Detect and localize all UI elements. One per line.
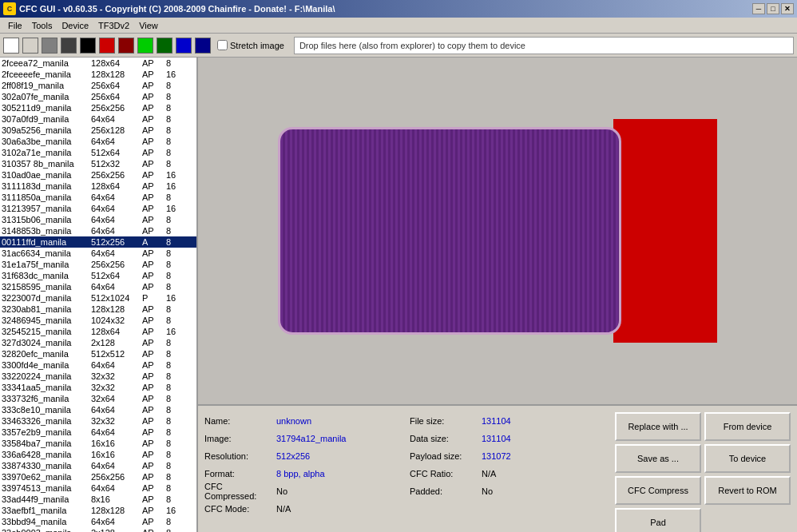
color-lightgray[interactable] [22, 38, 38, 54]
file-row[interactable]: 302a07fe_manila 256x64 AP 8 [0, 91, 196, 102]
file-row[interactable]: 31315b06_manila 64x64 AP 8 [0, 214, 196, 225]
file-size: 1024x32 [91, 316, 142, 325]
file-name: 302a07fe_manila [2, 92, 91, 101]
file-row[interactable]: 33ad44f9_manila 8x16 AP 8 [0, 494, 196, 505]
file-row[interactable]: 33aefbf1_manila 128x128 AP 16 [0, 505, 196, 516]
file-name: 2fceea72_manila [2, 58, 91, 68]
file-name: 31e1a75f_manila [2, 260, 91, 269]
file-bpp: 8 [166, 360, 182, 370]
drop-zone[interactable]: Drop files here (also from explorer) to … [294, 37, 794, 54]
file-size: 256x128 [91, 125, 142, 135]
file-row[interactable]: 30a6a3be_manila 64x64 AP 8 [0, 136, 196, 147]
file-row[interactable]: 309a5256_manila 256x128 AP 8 [0, 125, 196, 136]
image-label: Image: [204, 434, 276, 443]
file-type: AP [142, 114, 166, 124]
file-row[interactable]: 2fceeeefe_manila 128x128 AP 16 [0, 69, 196, 80]
file-row[interactable]: 327d3024_manila 2x128 AP 8 [0, 337, 196, 348]
menu-tools[interactable]: Tools [27, 19, 57, 32]
menu-file[interactable]: File [3, 19, 27, 32]
cfc-ratio-label: CFC Ratio: [410, 469, 482, 478]
file-row[interactable]: 33eb9093_manila 2x128 AP 8 [0, 527, 196, 532]
file-row[interactable]: 31e1a75f_manila 256x256 AP 8 [0, 259, 196, 270]
file-row[interactable]: 33584ba7_manila 16x16 AP 8 [0, 438, 196, 449]
file-name: 33aefbf1_manila [2, 506, 91, 515]
color-darkgray[interactable] [61, 38, 77, 54]
menu-tf3dv2[interactable]: TF3Dv2 [93, 19, 134, 32]
from-device-button[interactable]: From device [704, 412, 791, 441]
color-white[interactable] [3, 38, 19, 54]
file-row[interactable]: 33974513_manila 64x64 AP 8 [0, 482, 196, 494]
file-size: 2x128 [91, 338, 142, 347]
file-bpp: 8 [166, 338, 182, 347]
file-row[interactable]: 333c8e10_manila 64x64 AP 8 [0, 404, 196, 415]
file-row[interactable]: 32545215_manila 128x64 AP 16 [0, 326, 196, 337]
file-row[interactable]: 33bbd94_manila 64x64 AP 8 [0, 516, 196, 527]
file-name: 2ff08f19_manila [2, 81, 91, 90]
file-row[interactable]: 33220224_manila 32x32 AP 8 [0, 371, 196, 382]
file-name: 32486945_manila [2, 316, 91, 325]
pad-button[interactable]: Pad [615, 508, 701, 532]
file-bpp: 8 [166, 282, 182, 292]
menu-device[interactable]: Device [57, 19, 93, 32]
replace-with-button[interactable]: Replace with ... [615, 412, 701, 441]
file-row[interactable]: 33874330_manila 64x64 AP 8 [0, 460, 196, 471]
color-black[interactable] [80, 38, 96, 54]
image-value: 31794a12_manila [276, 434, 403, 443]
file-row[interactable]: 31ac6634_manila 64x64 AP 8 [0, 248, 196, 259]
file-name: 3300fd4e_manila [2, 360, 91, 370]
file-type: AP [142, 260, 166, 269]
file-row[interactable]: 33970e62_manila 256x256 AP 8 [0, 471, 196, 482]
minimize-button[interactable]: ─ [752, 3, 765, 14]
color-green[interactable] [137, 38, 153, 54]
title-bar-controls[interactable]: ─ □ ✕ [752, 3, 794, 14]
color-blue[interactable] [176, 38, 192, 54]
file-row[interactable]: 3111850a_manila 64x64 AP 8 [0, 192, 196, 203]
file-row[interactable]: 2ff08f19_manila 256x64 AP 8 [0, 80, 196, 91]
file-row[interactable]: 310ad0ae_manila 256x256 AP 16 [0, 169, 196, 181]
save-as-button[interactable]: Save as ... [615, 444, 701, 473]
file-row[interactable]: 3300fd4e_manila 64x64 AP 8 [0, 359, 196, 371]
file-name: 310ad0ae_manila [2, 170, 91, 180]
stretch-checkbox[interactable] [217, 40, 228, 50]
file-row[interactable]: 32486945_manila 1024x32 AP 8 [0, 315, 196, 326]
file-row[interactable]: 3223007d_manila 512x1024 P 16 [0, 292, 196, 304]
file-row[interactable]: 3230ab81_manila 128x128 AP 8 [0, 304, 196, 315]
file-list-scroll[interactable]: 2fceea72_manila 128x64 AP 8 2fceeeefe_ma… [0, 58, 196, 532]
file-row[interactable]: 31213957_manila 64x64 AP 16 [0, 203, 196, 214]
revert-to-rom-button[interactable]: Revert to ROM [704, 476, 791, 505]
file-row[interactable]: 2fceea72_manila 128x64 AP 8 [0, 58, 196, 69]
color-red[interactable] [99, 38, 115, 54]
to-device-button[interactable]: To device [704, 444, 791, 473]
file-row[interactable]: 333732f6_manila 32x64 AP 8 [0, 393, 196, 404]
file-type: AP [142, 517, 166, 526]
file-row[interactable]: 336a6428_manila 16x16 AP 8 [0, 449, 196, 460]
file-row[interactable]: 305211d9_manila 256x256 AP 8 [0, 102, 196, 113]
color-darkblue[interactable] [195, 38, 211, 54]
menu-bar: File Tools Device TF3Dv2 View [0, 18, 797, 34]
cfc-compress-button[interactable]: CFC Compress [615, 476, 701, 505]
file-row[interactable]: 310357 8b_manila 512x32 AP 8 [0, 158, 196, 169]
color-darkgreen[interactable] [157, 38, 172, 54]
file-row[interactable]: 307a0fd9_manila 64x64 AP 8 [0, 113, 196, 125]
file-row[interactable]: 3148853b_manila 64x64 AP 8 [0, 225, 196, 236]
menu-view[interactable]: View [134, 19, 163, 32]
file-row[interactable]: 3102a71e_manila 512x64 AP 8 [0, 147, 196, 158]
file-name: 33584ba7_manila [2, 439, 91, 448]
file-row[interactable]: 00111ffd_manila 512x256 A 8 [0, 236, 196, 248]
file-row[interactable]: 3357e2b9_manila 64x64 AP 8 [0, 427, 196, 438]
file-row[interactable]: 32820efc_manila 512x512 AP 8 [0, 348, 196, 359]
file-size: 256x64 [91, 81, 142, 90]
maximize-button[interactable]: □ [767, 3, 779, 14]
color-gray[interactable] [42, 38, 57, 54]
file-row[interactable]: 33463326_manila 32x32 AP 8 [0, 415, 196, 427]
app-icon: C [3, 2, 16, 15]
color-darkred[interactable] [118, 38, 134, 54]
close-button[interactable]: ✕ [781, 3, 794, 14]
file-row[interactable]: 33341aa5_manila 32x32 AP 8 [0, 382, 196, 393]
file-name: 33341aa5_manila [2, 383, 91, 392]
file-row[interactable]: 31f683dc_manila 512x64 AP 8 [0, 270, 196, 281]
file-name: 3102a71e_manila [2, 148, 91, 157]
file-size: 64x64 [91, 215, 142, 224]
file-row[interactable]: 32158595_manila 64x64 AP 8 [0, 281, 196, 292]
file-row[interactable]: 3111183d_manila 128x64 AP 16 [0, 181, 196, 192]
